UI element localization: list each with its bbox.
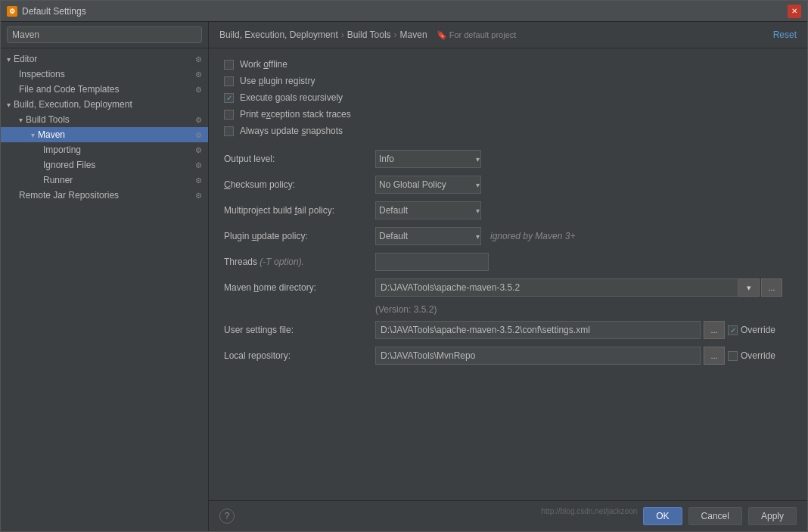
expand-arrow-maven: ▾	[31, 131, 35, 139]
output-level-select-wrapper: Debug Info Warn Error ▾	[375, 150, 481, 168]
sidebar-item-label-build-execution: Build, Execution, Deployment	[14, 99, 132, 110]
user-settings-control: ... Override	[375, 321, 775, 339]
search-input[interactable]	[7, 26, 202, 43]
sidebar-item-build-execution[interactable]: ▾ Build, Execution, Deployment	[1, 97, 208, 112]
sidebar-item-remote-jar[interactable]: Remote Jar Repositories ⚙	[1, 188, 208, 203]
maven-home-dropdown-btn[interactable]: ▾	[738, 278, 760, 297]
sidebar-item-label-remote-jar: Remote Jar Repositories	[19, 190, 119, 201]
breadcrumb-part-2: Build Tools	[347, 30, 391, 40]
sidebar-item-editor[interactable]: ▾ Editor ⚙	[1, 51, 208, 67]
maven-home-browse-btn[interactable]: ...	[761, 278, 782, 297]
sidebar-item-runner[interactable]: Runner ⚙	[1, 173, 208, 188]
sidebar-item-maven[interactable]: ▾ Maven ⚙	[1, 127, 208, 142]
always-update-label: Always update snapshots	[240, 126, 343, 136]
maven-home-control: ▾ ...	[375, 278, 782, 297]
reset-button[interactable]: Reset	[773, 30, 797, 40]
local-repo-label: Local repository:	[224, 350, 375, 361]
cancel-button[interactable]: Cancel	[688, 507, 742, 525]
breadcrumb-sep-2: ›	[394, 30, 397, 40]
use-plugin-registry-checkbox[interactable]	[224, 76, 234, 86]
local-repo-control: ... Override	[375, 347, 775, 365]
main-panel: Build, Execution, Deployment › Build Too…	[209, 22, 807, 531]
breadcrumb-part-1: Build, Execution, Deployment	[219, 30, 338, 40]
sidebar-item-ignored-files[interactable]: Ignored Files ⚙	[1, 157, 208, 173]
multiproject-select[interactable]: Default At End Never Fast	[375, 201, 481, 219]
bottom-bar: ? http://blog.csdn.net/jackzoon OK Cance…	[209, 500, 807, 531]
sidebar-item-label-build-tools: Build Tools	[26, 114, 70, 125]
help-button[interactable]: ?	[219, 509, 235, 524]
local-repo-browse-btn[interactable]: ...	[704, 347, 725, 365]
close-button[interactable]: ✕	[788, 5, 801, 18]
tree: ▾ Editor ⚙ Inspections ⚙ File and Code T…	[1, 48, 208, 531]
work-offline-checkbox[interactable]	[224, 60, 234, 70]
execute-goals-label: Execute goals recursively	[240, 92, 343, 103]
output-level-control: Debug Info Warn Error ▾	[375, 150, 481, 168]
title-bar-left: ⚙ Default Settings	[7, 6, 86, 17]
user-settings-override: Override	[728, 325, 775, 335]
sidebar: ▾ Editor ⚙ Inspections ⚙ File and Code T…	[1, 22, 209, 531]
sidebar-item-label-ignored-files: Ignored Files	[43, 160, 95, 170]
expand-arrow-build: ▾	[7, 101, 11, 109]
breadcrumb-for: 🔖 For default project	[437, 30, 517, 40]
sidebar-item-label-inspections: Inspections	[19, 69, 65, 79]
breadcrumb-path: Build, Execution, Deployment › Build Too…	[219, 30, 516, 40]
settings-icon-fct: ⚙	[195, 86, 202, 94]
settings-icon-runner: ⚙	[195, 176, 202, 185]
threads-input[interactable]	[375, 253, 489, 271]
watermark: http://blog.csdn.net/jackzoon	[542, 507, 638, 525]
user-settings-browse-btn[interactable]: ...	[704, 321, 725, 339]
plugin-update-select-wrapper: Default Release Only Always Never ▾	[375, 227, 481, 245]
print-exception-label: Print exception stack traces	[240, 109, 351, 120]
settings-icon-ignored-files: ⚙	[195, 161, 202, 170]
window-title: Default Settings	[22, 6, 86, 17]
breadcrumb-sep-1: ›	[341, 30, 344, 40]
output-level-label: Output level:	[224, 154, 375, 164]
breadcrumb: Build, Execution, Deployment › Build Too…	[209, 22, 807, 48]
local-repo-row: Local repository: ... Override	[224, 347, 792, 365]
expand-arrow-build-tools: ▾	[19, 116, 23, 124]
expand-arrow-editor: ▾	[7, 55, 11, 64]
print-exception-checkbox[interactable]	[224, 110, 234, 120]
output-level-select[interactable]: Debug Info Warn Error	[375, 150, 481, 168]
plugin-update-label: Plugin update policy:	[224, 231, 375, 241]
maven-home-input[interactable]	[375, 278, 738, 297]
execute-goals-checkbox[interactable]	[224, 93, 234, 103]
main-content: ▾ Editor ⚙ Inspections ⚙ File and Code T…	[1, 22, 807, 531]
title-bar: ⚙ Default Settings ✕	[1, 1, 807, 22]
user-settings-override-checkbox[interactable]	[728, 325, 738, 335]
sidebar-item-label-editor: Editor	[14, 54, 37, 64]
maven-home-label: Maven home directory:	[224, 282, 375, 293]
sidebar-item-inspections[interactable]: Inspections ⚙	[1, 67, 208, 82]
always-update-checkbox[interactable]	[224, 126, 234, 136]
ok-button[interactable]: OK	[643, 507, 682, 525]
checksum-policy-select[interactable]: No Global Policy Fail Warn Ignore	[375, 176, 481, 194]
sidebar-item-importing[interactable]: Importing ⚙	[1, 142, 208, 157]
apply-button[interactable]: Apply	[748, 507, 797, 525]
plugin-update-select[interactable]: Default Release Only Always Never	[375, 227, 481, 245]
settings-icon-build-tools: ⚙	[195, 116, 202, 124]
multiproject-row: Multiproject build fail policy: Default …	[224, 201, 792, 219]
checksum-policy-control: No Global Policy Fail Warn Ignore ▾	[375, 176, 481, 194]
search-wrapper	[7, 26, 202, 43]
multiproject-select-wrapper: Default At End Never Fast ▾	[375, 201, 481, 219]
always-update-row: Always update snapshots	[224, 126, 792, 136]
sidebar-item-label-runner: Runner	[43, 175, 73, 185]
threads-control	[375, 253, 489, 271]
sidebar-item-build-tools[interactable]: ▾ Build Tools ⚙	[1, 112, 208, 127]
sidebar-item-file-code-templates[interactable]: File and Code Templates ⚙	[1, 82, 208, 97]
app-icon: ⚙	[7, 6, 17, 17]
work-offline-row: Work offline	[224, 59, 792, 70]
bottom-right: http://blog.csdn.net/jackzoon OK Cancel …	[542, 507, 797, 525]
plugin-update-control: Default Release Only Always Never ▾ igno…	[375, 227, 575, 245]
local-repo-input[interactable]	[375, 347, 701, 365]
bottom-left: ?	[219, 509, 235, 524]
user-settings-input[interactable]	[375, 321, 701, 339]
print-exception-row: Print exception stack traces	[224, 109, 792, 120]
threads-row: Threads (-T option).	[224, 253, 792, 271]
checksum-policy-label: Checksum policy:	[224, 179, 375, 190]
search-bar	[1, 22, 208, 48]
use-plugin-registry-label: Use plugin registry	[240, 76, 315, 86]
work-offline-label: Work offline	[240, 59, 287, 70]
local-repo-override-checkbox[interactable]	[728, 351, 738, 361]
threads-label: Threads (-T option).	[224, 257, 375, 267]
